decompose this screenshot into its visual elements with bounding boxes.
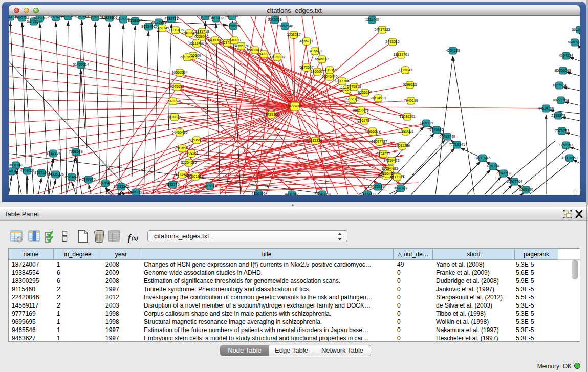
svg-text:26114913: 26114913 [371, 96, 386, 100]
svg-text:6512330: 6512330 [308, 139, 322, 142]
svg-text:5515058: 5515058 [268, 18, 281, 21]
svg-text:41979237: 41979237 [269, 55, 285, 59]
svg-text:14365370: 14365370 [233, 44, 249, 48]
svg-text:22470455: 22470455 [97, 181, 113, 185]
svg-text:8737167: 8737167 [34, 171, 48, 174]
svg-text:5169784: 5169784 [357, 119, 371, 122]
svg-text:3448347: 3448347 [9, 169, 19, 173]
svg-text:60207764: 60207764 [506, 180, 522, 183]
svg-text:29841537: 29841537 [495, 171, 511, 175]
svg-text:1067924: 1067924 [552, 83, 566, 87]
svg-text:70658948: 70658948 [277, 24, 293, 28]
svg-text:82828807: 82828807 [101, 16, 117, 19]
svg-text:76122202: 76122202 [32, 16, 48, 20]
svg-text:87394983: 87394983 [382, 167, 398, 170]
svg-text:(x): (x) [132, 235, 138, 242]
svg-text:0025167: 0025167 [371, 185, 384, 188]
svg-text:08227654: 08227654 [553, 98, 569, 102]
svg-text:8058887: 8058887 [128, 19, 142, 23]
svg-text:4264628: 4264628 [446, 49, 460, 52]
svg-text:80175989: 80175989 [150, 20, 166, 24]
svg-text:7990751: 7990751 [15, 16, 29, 19]
svg-text:6849340: 6849340 [81, 178, 95, 181]
svg-text:57249208: 57249208 [314, 192, 330, 195]
svg-text:54437323: 54437323 [374, 28, 390, 31]
svg-text:5873557: 5873557 [299, 65, 313, 69]
svg-text:7576283: 7576283 [555, 129, 569, 133]
svg-text:93729306: 93729306 [263, 113, 279, 116]
svg-text:8033401: 8033401 [141, 25, 155, 28]
svg-text:27611256: 27611256 [395, 144, 410, 147]
svg-text:81086201: 81086201 [399, 115, 415, 118]
svg-text:50961923: 50961923 [187, 174, 203, 178]
svg-text:82889093: 82889093 [359, 192, 375, 195]
svg-text:2008261: 2008261 [184, 151, 198, 155]
svg-text:85356068: 85356068 [555, 69, 571, 72]
svg-text:17880021: 17880021 [398, 129, 413, 133]
svg-text:0317764: 0317764 [335, 79, 349, 83]
svg-text:59045440: 59045440 [321, 75, 337, 78]
svg-text:1258153: 1258153 [559, 143, 573, 147]
svg-text:7058649: 7058649 [69, 150, 82, 154]
svg-text:51402614: 51402614 [73, 63, 89, 67]
svg-text:56130445: 56130445 [572, 28, 580, 31]
svg-text:02014620: 02014620 [63, 175, 79, 179]
svg-text:07413748: 07413748 [439, 135, 455, 138]
svg-text:5517329: 5517329 [390, 175, 404, 179]
svg-text:2213878: 2213878 [551, 114, 565, 117]
svg-text:7940199: 7940199 [404, 99, 418, 102]
svg-text:6772326: 6772326 [345, 97, 359, 101]
svg-text:5449920: 5449920 [429, 128, 443, 132]
svg-text:94259472: 94259472 [383, 159, 399, 162]
svg-text:4104234: 4104234 [559, 54, 573, 57]
svg-text:82254282: 82254282 [181, 161, 197, 164]
svg-text:60536630: 60536630 [188, 138, 204, 142]
svg-text:4504000: 4504000 [20, 169, 34, 172]
svg-text:6546107: 6546107 [315, 57, 329, 61]
svg-text:6002675: 6002675 [180, 55, 194, 59]
svg-text:26116957: 26116957 [175, 146, 190, 150]
svg-text:13078716: 13078716 [165, 99, 181, 103]
svg-text:0640037: 0640037 [227, 38, 241, 42]
svg-text:1311440: 1311440 [365, 18, 379, 21]
svg-text:04718746: 04718746 [474, 156, 490, 160]
svg-text:3191284: 3191284 [486, 164, 499, 168]
svg-text:49366578: 49366578 [364, 129, 380, 133]
svg-text:0831240: 0831240 [9, 163, 23, 167]
svg-text:49306668: 49306668 [561, 156, 577, 160]
svg-text:64460495: 64460495 [171, 130, 187, 134]
svg-text:86111489: 86111489 [189, 41, 204, 45]
svg-text:5575918: 5575918 [347, 85, 361, 89]
svg-text:0431955: 0431955 [322, 68, 336, 72]
svg-text:93814449: 93814449 [353, 108, 368, 112]
svg-text:77718341: 77718341 [449, 143, 465, 146]
svg-text:30435205: 30435205 [113, 185, 129, 188]
svg-text:13613412: 13613412 [208, 16, 224, 20]
svg-text:0399315: 0399315 [403, 83, 417, 86]
svg-text:4655721: 4655721 [299, 39, 313, 43]
svg-text:38831701: 38831701 [393, 53, 409, 56]
svg-text:17483380: 17483380 [127, 190, 143, 194]
svg-text:0239042: 0239042 [194, 35, 208, 38]
svg-text:48620579: 48620579 [87, 16, 103, 19]
svg-text:84335326: 84335326 [48, 172, 63, 176]
svg-text:0837407: 0837407 [394, 186, 407, 190]
svg-text:1253287: 1253287 [287, 33, 300, 36]
svg-text:2281718: 2281718 [195, 30, 209, 33]
svg-text:1419314: 1419314 [46, 151, 60, 155]
svg-text:2493516: 2493516 [385, 40, 399, 43]
svg-text:4788783: 4788783 [164, 17, 178, 20]
svg-text:6828126: 6828126 [167, 115, 181, 119]
svg-text:7375043: 7375043 [398, 68, 412, 72]
svg-text:44634786: 44634786 [538, 106, 554, 110]
svg-text:30552034: 30552034 [171, 71, 187, 74]
svg-text:24273167: 24273167 [224, 16, 240, 18]
svg-text:1415618: 1415618 [308, 49, 321, 53]
svg-text:3274231: 3274231 [376, 152, 390, 156]
svg-text:20097737: 20097737 [371, 140, 387, 143]
svg-text:18724007: 18724007 [287, 104, 302, 108]
svg-text:4126906: 4126906 [251, 192, 265, 195]
svg-text:4333776: 4333776 [165, 183, 179, 186]
svg-text:6236107: 6236107 [358, 91, 372, 94]
svg-text:3268656: 3268656 [226, 24, 240, 28]
